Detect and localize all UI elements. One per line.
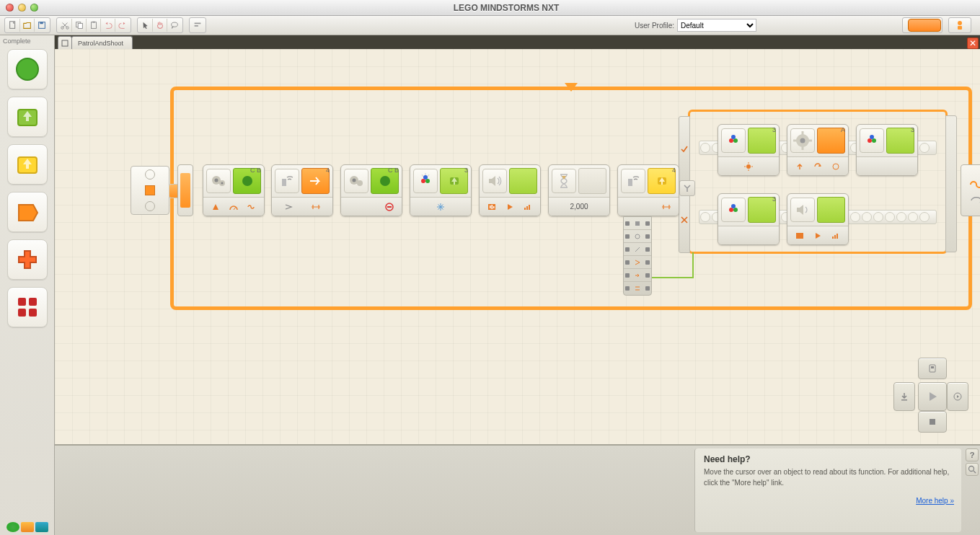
loop-end-tab[interactable] xyxy=(961,164,980,216)
svg-rect-2 xyxy=(40,22,43,25)
svg-point-60 xyxy=(868,138,872,143)
magnifier-icon xyxy=(968,465,976,474)
svg-rect-58 xyxy=(808,140,812,142)
tab-program[interactable]: PatrolAndShoot xyxy=(71,36,133,49)
user-profile-select[interactable]: Default xyxy=(677,19,756,32)
svg-rect-21 xyxy=(62,40,68,46)
loop-arrow-icon xyxy=(565,83,578,92)
svg-rect-56 xyxy=(802,146,804,150)
palette-wait-block[interactable] xyxy=(7,239,48,280)
more-help-link[interactable]: More help » xyxy=(916,497,954,505)
nxt-download-button[interactable] xyxy=(918,358,947,379)
wait-time-block[interactable]: 2,000 xyxy=(548,164,610,216)
svg-rect-39 xyxy=(490,205,491,208)
switch-true-rail xyxy=(679,116,690,182)
tab-close-button[interactable]: ✕ xyxy=(967,37,979,49)
svg-point-49 xyxy=(729,138,733,143)
switch-data-hub[interactable] xyxy=(623,216,652,296)
color-lamp-block[interactable]: 3 xyxy=(410,164,472,216)
palette-sound-block[interactable] xyxy=(7,144,48,185)
svg-rect-43 xyxy=(526,206,528,210)
sound-block[interactable] xyxy=(787,193,849,245)
copy-button[interactable] xyxy=(72,19,87,32)
svg-rect-47 xyxy=(635,221,640,226)
align-button[interactable] xyxy=(190,19,205,32)
sequence-start[interactable] xyxy=(131,166,169,215)
switch-junction[interactable] xyxy=(679,180,695,196)
gear-icon xyxy=(790,128,815,153)
window-minimize-button[interactable] xyxy=(18,4,26,12)
loop-start-tab[interactable] xyxy=(177,164,193,216)
move-stop-block[interactable]: C B xyxy=(340,164,402,216)
pointer-tool-button[interactable] xyxy=(138,19,153,32)
comment-tool-button[interactable] xyxy=(167,19,182,32)
svg-rect-20 xyxy=(29,309,37,317)
open-file-button[interactable] xyxy=(20,19,35,32)
plug-scale-icon xyxy=(634,246,641,253)
play-icon xyxy=(813,231,823,241)
plug-logic-icon xyxy=(634,233,641,240)
window-close-button[interactable] xyxy=(6,4,14,12)
color-lamp-block[interactable]: 3 xyxy=(856,124,918,176)
move-block[interactable]: C B xyxy=(203,164,265,216)
rgb-bulb-icon xyxy=(413,169,438,193)
play-icon xyxy=(926,390,939,403)
robo-center-button[interactable] xyxy=(950,19,970,32)
compare-icon xyxy=(283,202,293,212)
svg-point-30 xyxy=(357,180,363,186)
svg-rect-42 xyxy=(524,208,526,210)
nxt-controller xyxy=(892,356,970,434)
switch-arrow-icon xyxy=(655,175,668,187)
pan-tool-button[interactable] xyxy=(153,19,167,32)
palette-tab-custom[interactable] xyxy=(35,522,48,532)
nxt-run-button[interactable] xyxy=(918,382,947,411)
program-tabs: PatrolAndShoot ✕ xyxy=(55,35,980,49)
switch-ultrasonic-block[interactable]: 4 xyxy=(617,164,679,216)
color-lamp-block[interactable]: 3 xyxy=(718,193,780,245)
palette-tab-complete[interactable] xyxy=(21,522,34,532)
svg-rect-69 xyxy=(836,234,838,239)
x-icon xyxy=(681,216,688,224)
power-icon xyxy=(211,202,221,212)
palette-tab-common[interactable] xyxy=(6,522,19,532)
switch-false-rail xyxy=(679,187,690,253)
palette-move-block[interactable] xyxy=(7,49,48,89)
sound-block[interactable] xyxy=(479,164,541,216)
svg-point-63 xyxy=(729,208,733,212)
window-zoom-button[interactable] xyxy=(30,4,38,12)
svg-point-34 xyxy=(421,179,425,183)
nxt-run-selected-button[interactable] xyxy=(947,382,968,411)
nxt-stop-button[interactable] xyxy=(918,411,947,433)
nxt-download-run-button[interactable] xyxy=(893,382,915,411)
svg-rect-57 xyxy=(793,140,797,142)
redo-button[interactable] xyxy=(115,19,130,32)
download-to-brick-button[interactable] xyxy=(908,19,941,32)
svg-point-75 xyxy=(969,467,974,472)
new-file-button[interactable] xyxy=(6,19,20,32)
gears-icon xyxy=(206,169,231,193)
palette-record-block[interactable] xyxy=(7,97,48,137)
tab-label: PatrolAndShoot xyxy=(78,40,123,47)
tab-home[interactable] xyxy=(58,36,72,49)
hourglass-icon xyxy=(552,169,576,193)
map-view-button[interactable] xyxy=(966,463,979,476)
save-file-button[interactable] xyxy=(35,19,49,32)
help-panel: Need help? Move the cursor over an objec… xyxy=(694,448,961,532)
program-canvas[interactable]: C B 4 xyxy=(55,49,980,444)
palette-loop-block[interactable] xyxy=(7,287,48,327)
block-config-area xyxy=(55,446,692,535)
svg-rect-33 xyxy=(387,206,392,208)
svg-rect-10 xyxy=(195,23,201,25)
snowflake-icon xyxy=(436,202,446,212)
svg-rect-45 xyxy=(628,179,632,186)
wait-ultrasonic-block[interactable]: 4 xyxy=(271,164,333,216)
color-lamp-block[interactable]: 3 xyxy=(718,124,780,176)
svg-rect-66 xyxy=(796,233,803,239)
motor-block[interactable]: A xyxy=(787,124,849,176)
undo-button[interactable] xyxy=(101,19,115,32)
context-help-button[interactable]: ? xyxy=(966,448,979,461)
palette-display-block[interactable] xyxy=(7,192,48,232)
cut-button[interactable] xyxy=(58,19,72,32)
paste-button[interactable] xyxy=(87,19,101,32)
power-bars-icon xyxy=(831,162,841,172)
